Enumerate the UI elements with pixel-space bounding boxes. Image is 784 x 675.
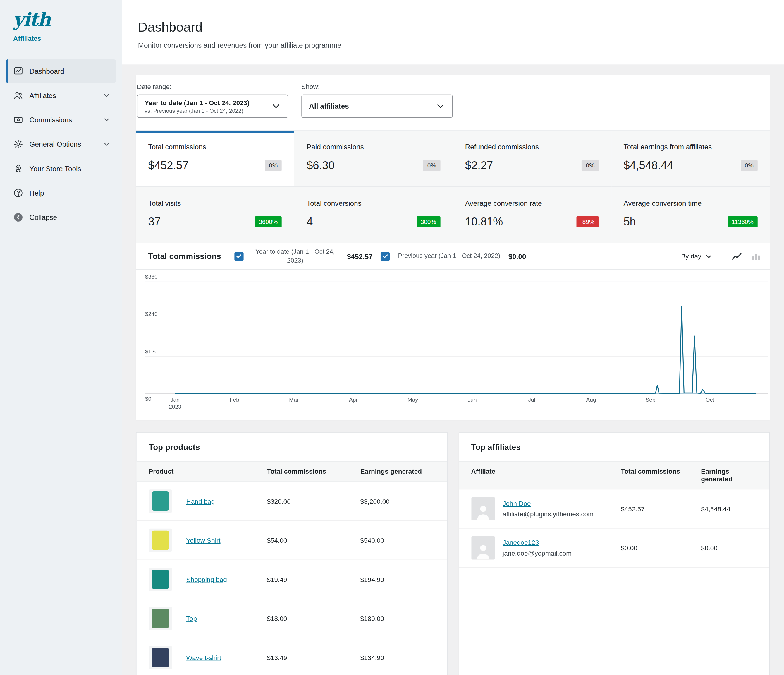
column-header-earnings-generated: Earnings generated	[701, 468, 757, 483]
stats-grid: Total commissions $452.570% Paid commiss…	[136, 130, 770, 243]
filters-row: Date range: Year to date (Jan 1 - Oct 24…	[136, 75, 770, 130]
bar-chart-view-button[interactable]	[750, 251, 761, 262]
trend-badge: 0%	[582, 160, 599, 171]
affiliate-email: affiliate@plugins.yithemes.com	[502, 510, 594, 518]
product-link[interactable]: Hand bag	[186, 497, 215, 505]
svg-text:Jun: Jun	[468, 397, 477, 403]
sidebar-item-collapse[interactable]: Collapse	[6, 206, 116, 229]
product-earnings: $194.90	[361, 575, 435, 583]
table-row: Yellow Shirt $54.00 $540.00	[137, 521, 447, 560]
svg-text:Feb: Feb	[230, 397, 239, 403]
svg-text:$120: $120	[145, 348, 157, 354]
stat-card-paid-commissions[interactable]: Paid commissions $6.300%	[295, 131, 453, 187]
affiliates-select[interactable]: All affiliates	[301, 95, 453, 118]
top-products-card: Top products Product Total commissions E…	[136, 432, 447, 675]
sidebar-item-label: General Options	[30, 140, 81, 148]
table-row: Shopping bag $19.49 $194.90	[137, 560, 447, 599]
affiliate-commissions: $452.57	[621, 505, 701, 513]
product-link[interactable]: Top	[186, 615, 197, 622]
svg-text:$360: $360	[145, 274, 157, 280]
chevron-down-icon	[705, 253, 712, 260]
product-link[interactable]: Wave t-shirt	[186, 654, 221, 661]
product-thumbnail	[149, 528, 172, 552]
dashboard-panel: Date range: Year to date (Jan 1 - Oct 24…	[136, 75, 770, 420]
sidebar-item-help[interactable]: Help	[6, 181, 116, 204]
top-affiliates-card: Top affiliates Affiliate Total commissio…	[459, 432, 770, 675]
stat-card-total-commissions[interactable]: Total commissions $452.570%	[136, 131, 295, 187]
main-area: Dashboard Monitor conversions and revenu…	[122, 0, 784, 675]
previous-period-checkbox[interactable]	[381, 251, 390, 260]
show-filter: Show: All affiliates	[301, 83, 453, 118]
date-range-label: Date range:	[137, 83, 288, 90]
store-tools-rocket-icon	[13, 164, 23, 174]
sidebar: yith Affiliates Dashboard Affiliates	[0, 0, 122, 675]
column-header-product: Product	[149, 468, 267, 475]
sidebar-item-label: Your Store Tools	[30, 165, 81, 173]
product-thumbnail	[149, 607, 172, 630]
stat-card-total-earnings[interactable]: Total earnings from affiliates $4,548.44…	[611, 131, 770, 187]
table-row: Hand bag $320.00 $3,200.00	[137, 482, 447, 521]
interval-select[interactable]: By day	[681, 251, 723, 262]
sidebar-item-label: Commissions	[30, 115, 72, 124]
sidebar-item-commissions[interactable]: Commissions	[6, 108, 116, 131]
trend-badge: 0%	[265, 160, 282, 171]
content: Date range: Year to date (Jan 1 - Oct 24…	[122, 64, 784, 675]
top-affiliates-title: Top affiliates	[459, 433, 769, 461]
svg-text:Sep: Sep	[646, 397, 656, 403]
settings-gear-icon	[13, 139, 23, 149]
svg-text:$0: $0	[145, 396, 151, 402]
top-products-title: Top products	[137, 433, 447, 461]
line-chart-view-button[interactable]	[731, 251, 742, 262]
sidebar-item-affiliates[interactable]: Affiliates	[6, 84, 116, 107]
product-commissions: $54.00	[267, 536, 360, 544]
stat-card-average-conversion-rate[interactable]: Average conversion rate 10.81%-89%	[453, 187, 611, 243]
brand-product-name: Affiliates	[13, 34, 122, 42]
page-header: Dashboard Monitor conversions and revenu…	[122, 0, 784, 64]
sidebar-item-general-options[interactable]: General Options	[6, 133, 116, 156]
page-subtitle: Monitor conversions and revenues from yo…	[138, 41, 764, 50]
sidebar-item-dashboard[interactable]: Dashboard	[6, 59, 116, 83]
table-row: Top $18.00 $180.00	[137, 599, 447, 638]
svg-text:$240: $240	[145, 311, 157, 317]
chevron-down-icon	[436, 101, 445, 111]
previous-period-label: Previous year (Jan 1 - Oct 24, 2022)	[398, 252, 500, 260]
date-range-value: Year to date (Jan 1 - Oct 24, 2023)	[145, 99, 249, 106]
affiliates-select-value: All affiliates	[309, 102, 349, 110]
chevron-down-icon	[271, 101, 280, 111]
svg-text:Jan: Jan	[171, 397, 180, 403]
product-thumbnail	[149, 646, 172, 669]
stat-card-average-conversion-time[interactable]: Average conversion time 5h11360%	[611, 187, 770, 243]
date-range-comparison: vs. Previous year (Jan 1 - Oct 24, 2022)	[145, 108, 249, 114]
affiliate-link[interactable]: John Doe	[502, 500, 531, 507]
date-range-select[interactable]: Year to date (Jan 1 - Oct 24, 2023) vs. …	[137, 95, 288, 118]
affiliate-link[interactable]: Janedoe123	[502, 539, 539, 546]
help-question-icon	[13, 188, 23, 198]
trend-badge: 0%	[741, 160, 758, 171]
product-commissions: $13.49	[267, 654, 360, 661]
column-header-total-commissions: Total commissions	[267, 468, 360, 475]
product-thumbnail	[149, 567, 172, 591]
svg-text:2023: 2023	[169, 404, 181, 410]
svg-text:Mar: Mar	[289, 397, 299, 403]
sidebar-menu: Dashboard Affiliates Commissions	[0, 59, 122, 229]
affiliate-earnings: $4,548.44	[701, 505, 757, 513]
stat-card-total-visits[interactable]: Total visits 373600%	[136, 187, 295, 243]
app-root: yith Affiliates Dashboard Affiliates	[0, 0, 784, 675]
trend-badge: 300%	[417, 216, 440, 228]
table-row: John Doe affiliate@plugins.yithemes.com …	[459, 489, 769, 528]
product-link[interactable]: Shopping bag	[186, 575, 227, 583]
svg-text:Jul: Jul	[528, 397, 535, 403]
product-link[interactable]: Yellow Shirt	[186, 536, 221, 544]
sidebar-item-your-store-tools[interactable]: Your Store Tools	[6, 157, 116, 180]
svg-text:Apr: Apr	[349, 397, 358, 403]
product-commissions: $320.00	[267, 497, 360, 505]
trend-badge: 0%	[423, 160, 440, 171]
current-period-checkbox[interactable]	[234, 251, 243, 260]
commissions-payment-icon	[13, 115, 23, 125]
chart-header: Total commissions Year to date (Jan 1 - …	[136, 243, 770, 270]
dashboard-icon	[13, 66, 23, 76]
collapse-arrow-icon	[13, 212, 23, 223]
column-header-total-commissions: Total commissions	[621, 468, 701, 483]
stat-card-refunded-commissions[interactable]: Refunded commissions $2.270%	[453, 131, 611, 187]
stat-card-total-conversions[interactable]: Total conversions 4300%	[295, 187, 453, 243]
